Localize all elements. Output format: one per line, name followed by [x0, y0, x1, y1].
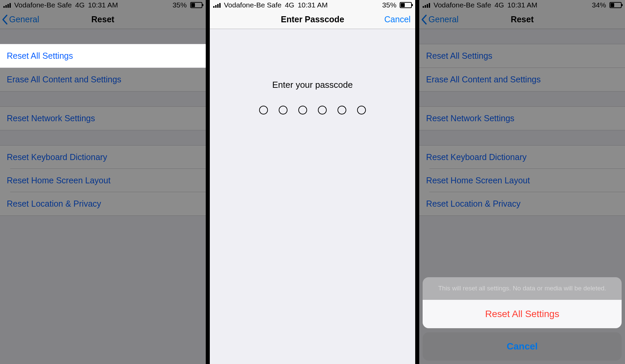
battery-percent: 35% [382, 1, 396, 9]
battery-icon [400, 2, 412, 8]
passcode-dot [279, 106, 288, 114]
screenshot-2-passcode: Vodafone-Be Safe 4G 10:31 AM 35% Enter P… [206, 0, 416, 364]
passcode-dot [259, 106, 268, 114]
network-label: 4G [285, 1, 294, 9]
passcode-prompt: Enter your passcode [210, 80, 416, 90]
passcode-dot [298, 106, 307, 114]
passcode-dot [318, 106, 327, 114]
page-title: Enter Passcode [281, 15, 344, 24]
passcode-body: Enter your passcode [210, 29, 416, 364]
passcode-dot [357, 106, 366, 114]
sheet-message: This will reset all settings. No data or… [423, 277, 622, 300]
carrier-label: Vodafone-Be Safe [224, 1, 281, 9]
passcode-dot [338, 106, 346, 114]
row-label: Reset All Settings [7, 51, 73, 60]
screenshot-3-action-sheet: Vodafone-Be Safe 4G 10:31 AM 34% General… [415, 0, 625, 364]
status-bar: Vodafone-Be Safe 4G 10:31 AM 35% [210, 0, 416, 10]
screenshot-1-reset-list: Vodafone-Be Safe 4G 10:31 AM 35% General… [0, 0, 206, 364]
cancel-button[interactable]: Cancel [384, 10, 411, 29]
cancel-label: Cancel [384, 15, 411, 24]
sheet-cancel-button[interactable]: Cancel [423, 332, 622, 361]
action-sheet: This will reset all settings. No data or… [423, 277, 622, 361]
cellular-signal-icon [213, 2, 221, 8]
sheet-cancel-label: Cancel [507, 341, 538, 352]
row-reset-all-settings[interactable]: Reset All Settings [0, 44, 206, 68]
status-time: 10:31 AM [298, 1, 328, 9]
nav-bar: Enter Passcode Cancel [210, 10, 416, 29]
sheet-confirm-label: Reset All Settings [485, 309, 559, 319]
sheet-confirm-button[interactable]: Reset All Settings [423, 300, 622, 328]
passcode-dots[interactable] [210, 106, 416, 114]
